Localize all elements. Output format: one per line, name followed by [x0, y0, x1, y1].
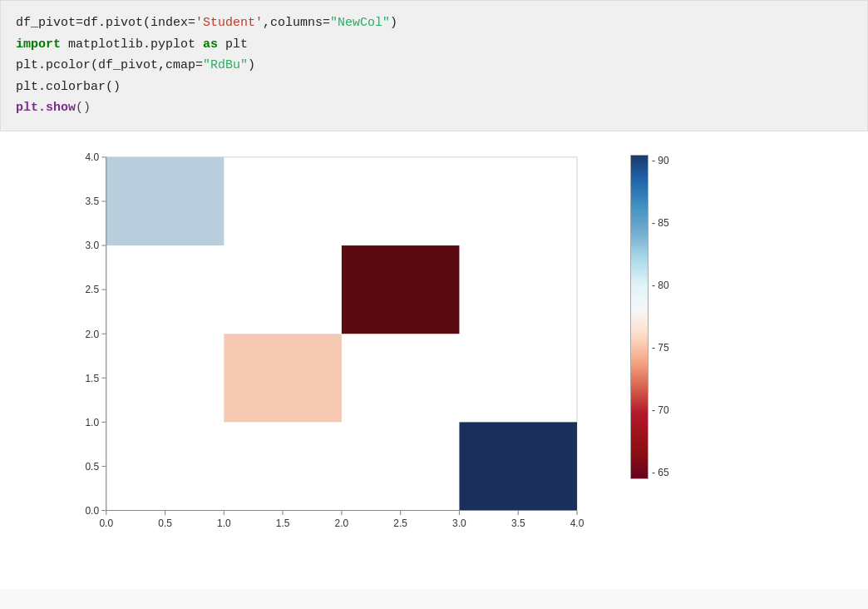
svg-text:0.0: 0.0: [85, 504, 99, 516]
svg-text:1.5: 1.5: [276, 517, 290, 529]
svg-text:0.5: 0.5: [85, 460, 99, 472]
x-axis: 0.0 0.5 1.0 1.5 2.0 2.5 3.0 3.5 4.0: [99, 510, 584, 529]
svg-text:2.0: 2.0: [335, 517, 349, 529]
svg-text:2.5: 2.5: [85, 284, 99, 295]
svg-text:4.0: 4.0: [85, 151, 99, 163]
code-text: plt: [218, 37, 248, 52]
svg-text:2.0: 2.0: [85, 328, 99, 339]
cell-3-0: [459, 422, 577, 510]
svg-text:2.5: 2.5: [393, 517, 407, 529]
code-text: ): [390, 16, 397, 30]
code-text: df_pivot=df.pivot(index=: [16, 16, 195, 30]
code-block: df_pivot=df.pivot(index='Student',column…: [0, 0, 868, 131]
colorbar-label-65: - 65: [652, 467, 669, 478]
code-text: plt.colorbar(): [16, 80, 121, 94]
svg-text:3.5: 3.5: [85, 196, 99, 207]
kw-as: as: [203, 37, 218, 52]
colorbar-label-75: - 75: [652, 342, 669, 354]
code-text: matplotlib.pyplot: [61, 37, 203, 52]
svg-text:3.5: 3.5: [511, 517, 525, 529]
svg-text:0.0: 0.0: [99, 517, 113, 529]
colorbar-gradient: [630, 155, 649, 479]
code-line-3: plt.pcolor(df_pivot,cmap="RdBu"): [16, 55, 852, 77]
cell-0-3: [106, 156, 224, 245]
colorbar-label-80: - 80: [652, 280, 669, 291]
svg-text:4.0: 4.0: [570, 517, 584, 529]
svg-text:1.0: 1.0: [85, 416, 99, 428]
string-rdbu: "RdBu": [203, 58, 248, 72]
code-line-2: import matplotlib.pyplot as plt: [16, 34, 852, 56]
cell-1-1: [224, 334, 342, 422]
colorbar-container: - 90 - 85 - 80 - 75 - 70 - 65: [630, 155, 649, 512]
string-student: 'Student': [195, 16, 263, 30]
svg-text:3.0: 3.0: [85, 240, 99, 251]
chart-container: 0.0 0.5 1.0 1.5 2.0 2.5 3.0 3.5 4.0: [50, 148, 615, 556]
svg-text:1.0: 1.0: [217, 517, 231, 529]
code-text: ,columns=: [263, 16, 330, 30]
kw-import: import: [16, 37, 61, 52]
svg-text:3.0: 3.0: [452, 517, 466, 529]
y-axis: 0.0 0.5 1.0 1.5 2.0 2.5 3.0 3.5 4.0: [85, 151, 106, 517]
svg-text:0.5: 0.5: [158, 517, 172, 529]
chart-area: 0.0 0.5 1.0 1.5 2.0 2.5 3.0 3.5 4.0: [0, 131, 868, 589]
code-text: plt.pcolor(df_pivot,cmap=: [16, 58, 203, 72]
colorbar-label-70: - 70: [652, 404, 669, 416]
code-line-1: df_pivot=df.pivot(index='Student',column…: [16, 12, 852, 34]
code-line-5: plt.show(): [16, 97, 852, 119]
colorbar-label-85: - 85: [652, 217, 669, 229]
colorbar-labels: - 90 - 85 - 80 - 75 - 70 - 65: [652, 155, 669, 479]
colorbar-label-90: - 90: [652, 155, 669, 166]
parens: (): [76, 101, 91, 115]
chart-svg: 0.0 0.5 1.0 1.5 2.0 2.5 3.0 3.5 4.0: [50, 148, 615, 556]
kw-show: plt.show: [16, 101, 76, 115]
code-text: ): [248, 58, 255, 72]
svg-text:1.5: 1.5: [85, 372, 99, 384]
code-line-4: plt.colorbar(): [16, 77, 852, 98]
cell-2-2: [342, 245, 460, 334]
string-newcol: "NewCol": [330, 16, 390, 30]
